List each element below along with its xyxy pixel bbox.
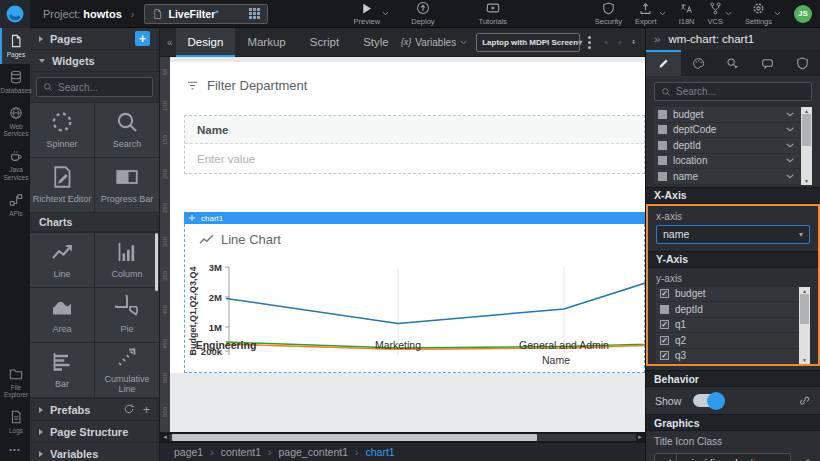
list-scrollbar[interactable]: ▲▼ xyxy=(801,107,812,185)
widget-tile-progress-bar[interactable]: Progress Bar xyxy=(95,158,159,212)
widget-tile-line[interactable]: Line xyxy=(30,233,94,287)
horizontal-scrollbar[interactable]: ◄ ► xyxy=(160,432,645,443)
widget-tile-spinner[interactable]: Spinner xyxy=(30,103,94,157)
scroll-down-arrow-icon[interactable]: ▼ xyxy=(802,357,807,363)
tab-design[interactable]: Design xyxy=(176,28,236,57)
show-toggle[interactable] xyxy=(693,394,723,407)
widget-tile-cumulative-line[interactable]: Cumulative Line xyxy=(95,343,159,397)
tab-script[interactable]: Script xyxy=(298,28,351,57)
more-menu-button[interactable] xyxy=(588,36,591,49)
x-axis-section-header[interactable]: X-Axis xyxy=(646,187,820,204)
name-input[interactable]: Enter value xyxy=(185,144,644,173)
widget-tile-bar[interactable]: Bar xyxy=(30,343,94,397)
tab-style[interactable]: Style xyxy=(351,28,401,57)
scroll-down-arrow-icon[interactable]: ▼ xyxy=(804,178,809,184)
chevron-down-icon[interactable] xyxy=(786,143,794,148)
field-checkbox[interactable] xyxy=(660,320,669,329)
chevron-down-icon[interactable] xyxy=(786,127,794,132)
rail-item-apis[interactable]: APIs xyxy=(0,187,30,223)
rail-item-logs[interactable]: Logs xyxy=(0,404,30,440)
tutorials-button[interactable]: Tutorials xyxy=(479,1,507,26)
bind-link-icon[interactable] xyxy=(799,457,812,461)
field-row[interactable]: budget xyxy=(656,287,810,303)
breadcrumb-item[interactable]: chart1 xyxy=(365,446,394,458)
widget-tile-column[interactable]: Column xyxy=(95,233,159,287)
save-button[interactable] xyxy=(632,35,636,49)
field-checkbox[interactable] xyxy=(660,336,669,345)
grid-icon[interactable] xyxy=(249,8,260,19)
tab-security[interactable] xyxy=(785,50,820,76)
tab-styles[interactable] xyxy=(681,50,716,76)
chevron-down-icon[interactable] xyxy=(786,158,794,163)
variables-dropdown[interactable]: {x}Variables xyxy=(401,37,467,48)
move-icon[interactable] xyxy=(188,214,196,222)
rail-item-java-services[interactable]: Java Services xyxy=(0,143,30,187)
widget-tile-search[interactable]: Search xyxy=(95,103,159,157)
widget-tile-pie[interactable]: Pie xyxy=(95,288,159,342)
device-selector[interactable]: Laptop with MDPI Screen▾ xyxy=(476,33,580,52)
widgets-accordion[interactable]: Widgets xyxy=(30,50,159,72)
collapse-panel-button[interactable]: » xyxy=(654,33,660,45)
field-checkbox[interactable] xyxy=(658,172,667,181)
chevron-down-icon[interactable] xyxy=(786,112,794,117)
scroll-right-arrow-icon[interactable]: ► xyxy=(637,434,643,441)
chart1-widget[interactable]: chart1 Line Chart Budget,Q1,Q2,Q3,Q4 3M2… xyxy=(184,212,645,373)
vcs-button[interactable]: VCS xyxy=(707,2,731,26)
rail-item-web-services[interactable]: Web Services xyxy=(0,100,30,144)
more-options-dots-icon[interactable]: ••• xyxy=(0,440,30,461)
list-scrollbar[interactable]: ▲▼ xyxy=(799,287,810,365)
field-checkbox[interactable] xyxy=(658,125,667,134)
field-row[interactable]: deptId xyxy=(656,302,810,318)
add-page-button[interactable]: + xyxy=(135,31,150,46)
field-row[interactable]: budget xyxy=(654,107,812,123)
widget-tile-area[interactable]: Area xyxy=(30,288,94,342)
y-axis-section-header[interactable]: Y-Axis xyxy=(648,251,818,268)
i18n-button[interactable]: I18N xyxy=(679,2,695,26)
tab-properties[interactable] xyxy=(646,50,681,76)
x-axis-select[interactable]: name▾ xyxy=(656,225,810,244)
breadcrumb-item[interactable]: content1 xyxy=(221,446,261,458)
widget-selection-bar[interactable]: chart1 xyxy=(184,212,645,224)
title-icon-class-input[interactable]: wi wi-line-chart xyxy=(654,453,791,461)
rail-item-pages[interactable]: Pages xyxy=(0,28,30,64)
graphics-section-header[interactable]: Graphics xyxy=(646,414,820,431)
redo-button[interactable] xyxy=(618,35,622,50)
field-checkbox[interactable] xyxy=(660,305,669,314)
bind-link-icon[interactable] xyxy=(798,394,811,407)
variables-accordion[interactable]: Variables xyxy=(30,442,159,461)
export-button[interactable]: Export xyxy=(635,2,666,26)
tab-markup[interactable]: Markup xyxy=(235,28,297,57)
behavior-section-header[interactable]: Behavior xyxy=(646,370,820,387)
widget-tile-richtext-editor[interactable]: Richtext Editor xyxy=(30,158,94,212)
breadcrumb-item[interactable]: page_content1 xyxy=(279,446,348,458)
preview-button[interactable]: Preview xyxy=(354,2,390,26)
scroll-left-arrow-icon[interactable]: ◄ xyxy=(162,434,168,441)
field-row[interactable]: location xyxy=(654,154,812,170)
page-tab-livefilter[interactable]: LiveFilter* xyxy=(144,4,268,24)
add-prefab-button[interactable]: + xyxy=(143,403,150,417)
collapse-left-panel-button[interactable]: « xyxy=(167,37,173,48)
undo-button[interactable] xyxy=(604,35,608,50)
tab-events[interactable] xyxy=(716,50,751,76)
tab-devices[interactable] xyxy=(750,50,785,76)
field-row[interactable]: deptId xyxy=(654,138,812,154)
deploy-button[interactable]: Deploy xyxy=(411,1,434,26)
chart-body[interactable]: Line Chart Budget,Q1,Q2,Q3,Q4 3M2M1M200k… xyxy=(184,224,645,373)
design-canvas[interactable]: Filter Department Name Enter value chart… xyxy=(170,57,645,432)
field-row[interactable]: q2 xyxy=(656,333,810,349)
rail-item-file-explorer[interactable]: File Explorer xyxy=(0,361,30,405)
field-checkbox[interactable] xyxy=(658,110,667,119)
breadcrumb-item[interactable]: page1 xyxy=(174,446,203,458)
user-avatar[interactable]: JS xyxy=(794,5,812,23)
rail-item-databases[interactable]: Databases xyxy=(0,64,30,100)
field-row[interactable]: name xyxy=(654,169,812,185)
security-button[interactable]: Security xyxy=(595,2,622,26)
pages-accordion[interactable]: Pages+ xyxy=(30,28,159,50)
property-search-input[interactable]: Search... xyxy=(654,82,812,101)
chevron-down-icon[interactable] xyxy=(786,174,794,179)
settings-button[interactable]: Settings xyxy=(745,2,781,26)
field-checkbox[interactable] xyxy=(660,289,669,298)
field-checkbox[interactable] xyxy=(660,351,669,360)
page-structure-accordion[interactable]: Page Structure xyxy=(30,420,159,442)
field-checkbox[interactable] xyxy=(658,141,667,150)
